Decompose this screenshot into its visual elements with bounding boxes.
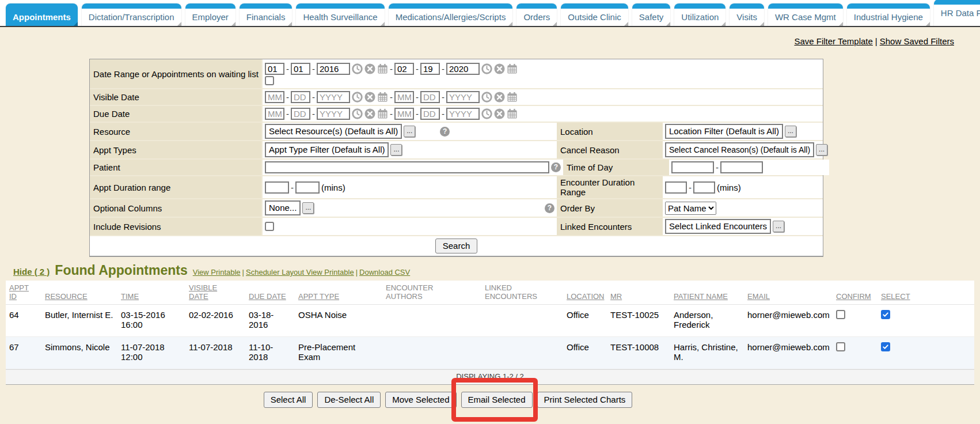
scheduler-layout-printable-link[interactable]: Scheduler Layout View Printable (246, 268, 354, 277)
col-resource[interactable]: RESOURCE (41, 281, 117, 305)
col-email[interactable]: EMAIL (744, 281, 833, 305)
confirm-checkbox[interactable] (836, 342, 845, 351)
col-mr[interactable]: MR (607, 281, 670, 305)
col-appt-id[interactable]: APPT ID (6, 281, 41, 305)
date-from-month-input[interactable] (265, 63, 284, 75)
select-checkbox[interactable] (881, 310, 890, 319)
calendar-icon[interactable] (507, 108, 518, 119)
tab-financials[interactable]: Financials (240, 3, 293, 26)
clear-date-icon[interactable] (364, 92, 375, 103)
select-all-button[interactable]: Select All (264, 392, 313, 408)
col-select[interactable]: SELECT (878, 281, 917, 305)
date-to-day-input[interactable] (420, 63, 440, 75)
tab-health-surveillance[interactable]: Health Surveillance (296, 3, 384, 26)
show-saved-filters-link[interactable]: Show Saved Filters (880, 36, 954, 46)
due-to-month-input[interactable] (394, 108, 414, 120)
cancel-reason-more-button[interactable]: ... (816, 144, 827, 156)
deselect-all-button[interactable]: De-Select All (317, 392, 381, 408)
clock-icon[interactable] (481, 108, 492, 119)
tab-safety[interactable]: Safety (632, 3, 671, 26)
resource-selector[interactable]: Select Resource(s) (Default is All) (265, 124, 402, 139)
tab-hr-data-feed[interactable]: HR Data Feed↗ (934, 0, 980, 26)
col-time[interactable]: TIME (117, 281, 185, 305)
calendar-icon[interactable] (507, 92, 518, 103)
appt-type-selector[interactable]: Appt Type Filter (Default is All) (265, 142, 389, 157)
download-csv-link[interactable]: Download CSV (359, 268, 410, 277)
appt-duration-max-input[interactable] (295, 181, 320, 194)
date-to-year-input[interactable] (446, 63, 480, 75)
due-from-month-input[interactable] (265, 108, 284, 120)
tab-medications-allergies-scripts[interactable]: Medications/Allergies/Scripts (389, 3, 513, 26)
time-of-day-to-input[interactable] (720, 161, 763, 173)
search-button[interactable]: Search (435, 238, 478, 253)
col-appt-type[interactable]: APPT TYPE (295, 281, 382, 305)
calendar-icon[interactable] (507, 63, 518, 74)
optional-columns-selector[interactable]: None... (265, 200, 301, 215)
visible-to-month-input[interactable] (394, 91, 414, 103)
calendar-icon[interactable] (377, 92, 388, 103)
col-confirm[interactable]: CONFIRM (833, 281, 878, 305)
calendar-icon[interactable] (377, 63, 388, 74)
resource-help-icon[interactable]: ? (440, 127, 450, 137)
linked-encounters-selector[interactable]: Select Linked Encounters (665, 219, 771, 234)
linked-encounters-more-button[interactable]: ... (773, 221, 784, 232)
due-from-day-input[interactable] (291, 108, 310, 120)
waiting-list-checkbox[interactable] (265, 76, 274, 85)
select-checkbox[interactable] (881, 342, 890, 351)
date-from-year-input[interactable] (317, 63, 350, 75)
tab-orders[interactable]: Orders (516, 3, 557, 26)
visible-to-year-input[interactable] (446, 91, 480, 103)
tab-visits[interactable]: Visits (730, 3, 764, 26)
date-to-month-input[interactable] (394, 63, 414, 75)
clear-date-icon[interactable] (494, 108, 505, 119)
tab-industrial-hygiene[interactable]: Industrial Hygiene (847, 3, 930, 26)
clear-date-icon[interactable] (364, 108, 375, 119)
clear-date-icon[interactable] (364, 63, 375, 74)
patient-input[interactable] (265, 161, 549, 173)
clear-date-icon[interactable] (494, 63, 505, 74)
cancel-reason-selector[interactable]: Select Cancel Reason(s) (Default is All) (665, 142, 814, 157)
order-by-select[interactable]: Pat Name (665, 202, 716, 215)
col-due-date[interactable]: DUE DATE (245, 281, 295, 305)
clock-icon[interactable] (352, 92, 363, 103)
optional-columns-more-button[interactable]: ... (302, 202, 314, 214)
due-to-year-input[interactable] (446, 108, 480, 120)
move-selected-button[interactable]: Move Selected (385, 392, 456, 408)
clear-date-icon[interactable] (494, 92, 505, 103)
tab-utilization[interactable]: Utilization (674, 3, 725, 26)
patient-help-icon[interactable]: ? (551, 162, 561, 172)
view-printable-link[interactable]: View Printable (193, 268, 241, 277)
save-filter-template-link[interactable]: Save Filter Template (794, 36, 872, 46)
clock-icon[interactable] (481, 63, 492, 74)
appt-type-more-button[interactable]: ... (390, 144, 402, 156)
due-to-day-input[interactable] (420, 108, 440, 120)
include-revisions-checkbox[interactable] (265, 222, 274, 231)
time-of-day-from-input[interactable] (671, 161, 714, 173)
clock-icon[interactable] (352, 108, 363, 119)
col-visible-date[interactable]: VISIBLE DATE (185, 281, 245, 305)
resource-more-button[interactable]: ... (404, 126, 415, 137)
visible-from-day-input[interactable] (291, 91, 310, 103)
due-from-year-input[interactable] (317, 108, 350, 120)
tab-outside-clinic[interactable]: Outside Clinic (561, 3, 628, 26)
tab-wr-case-mgmt[interactable]: WR Case Mgmt (768, 3, 843, 26)
visible-from-year-input[interactable] (317, 91, 350, 103)
hide-results-link[interactable]: Hide ( 2 ) (13, 267, 50, 277)
date-from-day-input[interactable] (291, 63, 310, 75)
tab-dictation-transcription[interactable]: Dictation/Transcription (82, 3, 181, 26)
appt-duration-min-input[interactable] (265, 181, 289, 194)
location-selector[interactable]: Location Filter (Default is All) (665, 124, 783, 139)
encounter-duration-min-input[interactable] (665, 181, 687, 194)
email-selected-button[interactable]: Email Selected (461, 392, 533, 408)
col-location[interactable]: LOCATION (563, 281, 607, 305)
clock-icon[interactable] (352, 63, 363, 74)
order-by-help-icon[interactable]: ? (545, 203, 554, 213)
col-patient-name[interactable]: PATIENT NAME (670, 281, 744, 305)
visible-from-month-input[interactable] (265, 91, 284, 103)
calendar-icon[interactable] (377, 108, 388, 119)
print-selected-charts-button[interactable]: Print Selected Charts (537, 392, 633, 408)
location-more-button[interactable]: ... (785, 126, 796, 137)
clock-icon[interactable] (481, 92, 492, 103)
confirm-checkbox[interactable] (836, 310, 845, 319)
tab-appointments[interactable]: Appointments (6, 3, 78, 26)
